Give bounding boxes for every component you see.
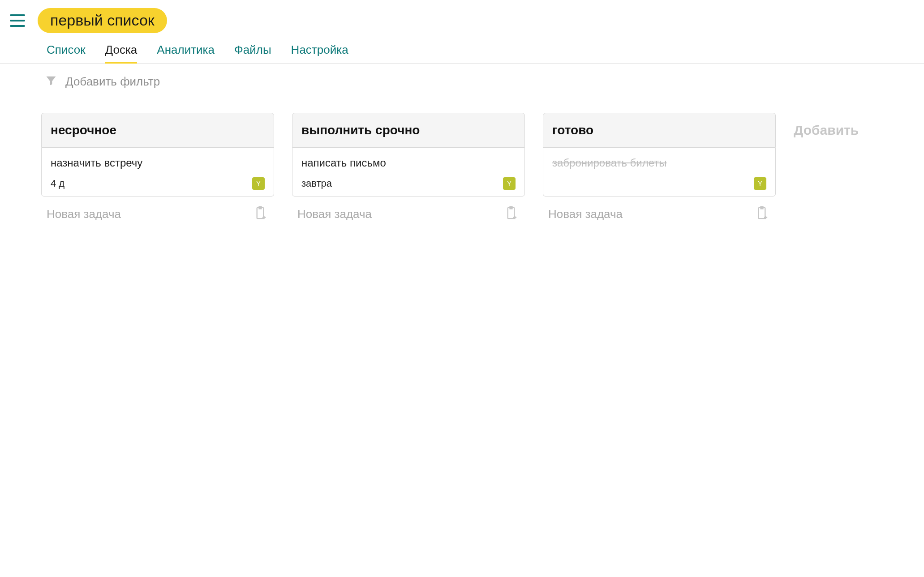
column-gotovo: готово забронировать билеты Y Новая зада… (543, 113, 776, 222)
filter-placeholder: Добавить фильтр (65, 75, 160, 89)
new-task-row[interactable]: Новая задача (543, 197, 776, 222)
assignee-avatar[interactable]: Y (252, 177, 265, 190)
add-column-button[interactable]: Добавить (794, 113, 859, 138)
task-footer: Y (552, 177, 766, 190)
tab-board[interactable]: Доска (105, 43, 138, 63)
new-task-row[interactable]: Новая задача (292, 197, 525, 222)
task-title: забронировать билеты (552, 157, 766, 169)
filter-icon (45, 74, 57, 89)
task-footer: 4 д Y (51, 177, 265, 190)
view-tabs: Список Доска Аналитика Файлы Настройка (0, 33, 924, 64)
new-task-label: Новая задача (297, 207, 372, 221)
column-nesrochnoe: несрочное назначить встречу 4 д Y Новая … (41, 113, 274, 222)
clipboard-add-icon[interactable] (504, 205, 518, 222)
new-task-label: Новая задача (548, 207, 623, 221)
column-header[interactable]: несрочное (41, 113, 274, 148)
task-meta: 4 д (51, 178, 64, 189)
tab-list[interactable]: Список (47, 43, 86, 63)
tab-analytics[interactable]: Аналитика (157, 43, 215, 63)
board: несрочное назначить встречу 4 д Y Новая … (0, 89, 924, 222)
menu-icon[interactable] (10, 14, 25, 27)
task-title: назначить встречу (51, 157, 265, 169)
clipboard-add-icon[interactable] (254, 205, 267, 222)
column-vypolnit-srochno: выполнить срочно написать письмо завтра … (292, 113, 525, 222)
task-footer: завтра Y (301, 177, 516, 190)
column-header[interactable]: готово (543, 113, 776, 148)
task-card[interactable]: забронировать билеты Y (543, 148, 776, 197)
task-card[interactable]: написать письмо завтра Y (292, 148, 525, 197)
page-title[interactable]: первый список (38, 8, 167, 33)
assignee-avatar[interactable]: Y (754, 177, 766, 190)
tab-files[interactable]: Файлы (234, 43, 271, 63)
task-title: написать письмо (301, 157, 516, 169)
new-task-label: Новая задача (47, 207, 121, 221)
topbar: первый список (0, 0, 924, 33)
task-meta: завтра (301, 178, 332, 189)
task-card[interactable]: назначить встречу 4 д Y (41, 148, 274, 197)
filter-bar[interactable]: Добавить фильтр (0, 64, 924, 89)
column-header[interactable]: выполнить срочно (292, 113, 525, 148)
new-task-row[interactable]: Новая задача (41, 197, 274, 222)
clipboard-add-icon[interactable] (755, 205, 769, 222)
tab-settings[interactable]: Настройка (291, 43, 348, 63)
assignee-avatar[interactable]: Y (503, 177, 516, 190)
